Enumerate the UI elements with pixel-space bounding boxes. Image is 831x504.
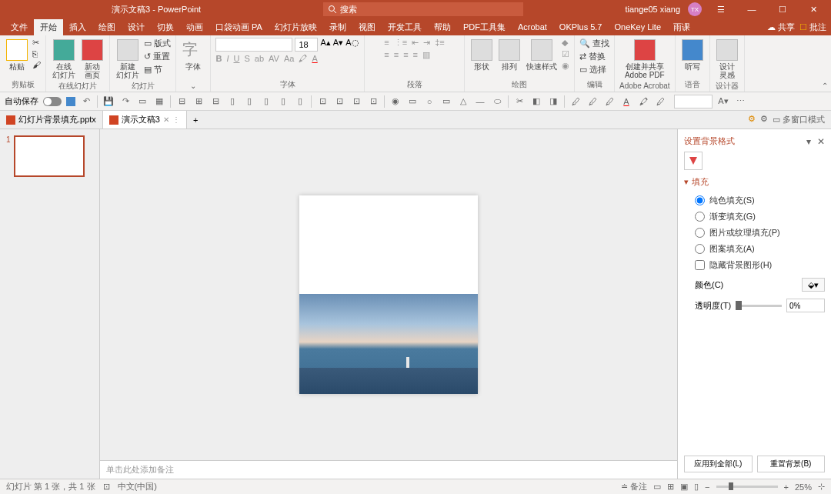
q-icon[interactable]: — [474,95,486,108]
transparency-slider[interactable] [736,305,782,307]
format-painter-icon[interactable]: 🖌 [32,60,41,69]
shadow-icon[interactable]: ab [255,54,264,63]
notes-toggle[interactable]: ≐ 备注 [621,481,647,492]
spacing-icon[interactable]: AV [269,54,279,63]
fill-section[interactable]: ▾填充 [684,176,825,188]
q-icon[interactable]: 🖊 [603,95,616,108]
cut-icon[interactable]: ✂ [32,38,41,48]
find-button[interactable]: 🔍 查找 [579,38,609,49]
tab-transition[interactable]: 切换 [151,19,180,35]
font-family-select[interactable] [215,38,292,52]
slide[interactable] [299,195,478,394]
q-icon[interactable]: ⊡ [367,95,379,108]
reset-bg-button[interactable]: 重置背景(B) [757,456,826,472]
italic-icon[interactable]: I [226,54,229,63]
strike-icon[interactable]: S [244,54,249,63]
clear-format-icon[interactable]: A◌ [345,38,359,52]
q-icon[interactable]: ▭ [406,95,419,108]
minimize-icon[interactable]: — [740,5,763,14]
zoom-slider[interactable] [716,486,778,488]
picture-fill-option[interactable]: 图片或纹理填充(P) [684,225,825,241]
undo-icon[interactable]: ↶ [80,95,92,108]
collapse-ribbon-icon[interactable]: ⌃ [822,82,828,90]
tab-onekey[interactable]: OneKey Lite [608,20,667,34]
font-group-button[interactable]: 字字体 [181,38,205,72]
q-icon[interactable]: ◧ [530,95,542,108]
tab-file[interactable]: 文件 [5,19,34,35]
notes-area[interactable]: 单击此处添加备注 [100,460,677,479]
sorter-view-icon[interactable]: ⊞ [667,482,674,492]
qat-more-icon[interactable]: ⋯ [734,95,746,108]
online-slide-button[interactable]: 在线 幻灯片 [51,38,77,81]
tab-help[interactable]: 帮助 [428,19,457,35]
slideshow-icon[interactable]: ▭ [136,95,149,108]
slide-thumbnail-1[interactable]: 1 [6,135,93,177]
zoom-in-icon[interactable]: + [784,482,789,492]
q-icon[interactable]: ▭ [440,95,452,108]
indent-right-icon[interactable]: ⇥ [423,38,430,48]
q-icon[interactable]: 🖊 [586,95,599,108]
q-icon[interactable]: ⊡ [350,95,362,108]
highlight-icon[interactable]: 🖍 [299,54,307,63]
settings-icon[interactable]: ⚙ [748,114,756,125]
q-icon[interactable]: ▯ [260,95,272,108]
tab-dev[interactable]: 开发工具 [382,19,428,35]
pane-close-icon[interactable]: ✕ [817,136,825,147]
tab-insert[interactable]: 插入 [63,19,92,35]
section-button[interactable]: ▤ 节 [144,64,171,75]
q-icon[interactable]: A [620,95,632,108]
paste-button[interactable]: 粘贴 [5,38,29,72]
fill-category-icon[interactable] [684,152,703,170]
q-icon[interactable]: ⊡ [316,95,329,108]
bullets-icon[interactable]: ≡ [384,38,389,48]
doc-tab-1[interactable]: 幻灯片背景填充.pptx [0,111,103,129]
q-icon[interactable]: 🖊 [654,95,666,108]
q-icon[interactable]: △ [457,95,469,108]
q-icon[interactable]: 🖊 [569,95,582,108]
close-icon[interactable]: ✕ [802,5,825,15]
comment-button[interactable]: ☐ 批注 [799,22,826,33]
user-name[interactable]: tiange05 xiang [625,5,680,14]
close-tab-icon[interactable]: ✕ [163,115,169,124]
q-icon[interactable]: ▯ [277,95,289,108]
reset-button[interactable]: ↺ 重置 [144,51,171,62]
q-icon[interactable]: ⬭ [491,95,503,108]
quickstyle-button[interactable]: 快速样式 [525,38,559,72]
align-center-icon[interactable]: ≡ [394,50,399,60]
decrease-font-icon[interactable]: A▾ [333,38,343,52]
transparency-value[interactable]: 0% [786,299,825,312]
case-icon[interactable]: Aa [284,54,294,63]
ribbon-opts-icon[interactable]: ☰ [709,5,733,15]
tab-pdf[interactable]: PDF工具集 [457,19,512,35]
tab-rain[interactable]: 雨课 [667,19,696,35]
dictate-button[interactable]: 听写 [680,38,705,72]
q-icon[interactable]: ○ [423,95,436,108]
gradient-fill-option[interactable]: 渐变填充(G) [684,209,825,225]
indent-left-icon[interactable]: ⇤ [412,38,419,48]
distribute-v-icon[interactable]: ⊟ [209,95,222,108]
justify-icon[interactable]: ≡ [413,50,418,60]
font-size-select[interactable]: 18 [295,38,318,52]
shape-fill-icon[interactable]: ◆ [562,38,569,48]
pattern-fill-option[interactable]: 图案填充(A) [684,241,825,257]
qat-color-box[interactable] [674,95,713,108]
accessibility-icon[interactable]: ⊡ [103,482,110,492]
q-icon[interactable]: ⊡ [333,95,345,108]
line-spacing-icon[interactable]: ‡≡ [435,38,445,48]
adobe-button[interactable]: 创建并共享 Adobe PDF [623,38,666,81]
zoom-out-icon[interactable]: − [705,482,709,492]
align-left-icon[interactable]: ≡ [384,50,389,60]
slide-count[interactable]: 幻灯片 第 1 张，共 1 张 [6,481,95,492]
bold-icon[interactable]: B [215,54,222,63]
q-icon[interactable]: ▯ [226,95,239,108]
language[interactable]: 中文(中国) [118,481,157,492]
tab-slideshow[interactable]: 幻灯片放映 [269,19,323,35]
tab-design[interactable]: 设计 [122,19,151,35]
search-box[interactable]: 搜索 [323,2,523,16]
tab-acrobat[interactable]: Acrobat [512,20,553,34]
hide-bg-option[interactable]: 隐藏背景图形(H) [684,257,825,273]
redo-icon[interactable]: ↷ [119,95,132,108]
apply-all-button[interactable]: 应用到全部(L) [684,456,753,472]
reading-view-icon[interactable]: ▣ [680,482,688,492]
tab-draw[interactable]: 绘图 [92,19,122,35]
